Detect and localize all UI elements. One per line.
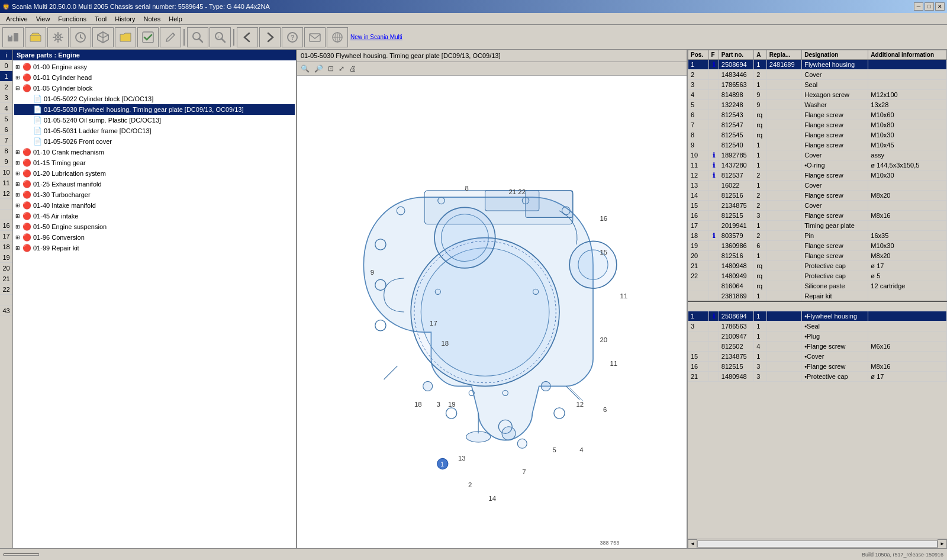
toolbar-arrow-right[interactable] bbox=[259, 27, 281, 47]
print-icon[interactable]: 🖨 bbox=[348, 63, 357, 74]
table-row[interactable]: 1521348752Cover bbox=[688, 201, 947, 211]
expand-engine-susp[interactable]: ⊞ bbox=[15, 224, 22, 230]
expand-air-intake[interactable]: ⊞ bbox=[15, 213, 22, 219]
table-row[interactable]: 98125401Flange screwM10x45 bbox=[688, 140, 947, 150]
expand-conversion[interactable]: ⊞ bbox=[15, 234, 22, 240]
table-row[interactable]: 8125024•Flange screwM6x16 bbox=[688, 342, 947, 352]
table-row[interactable]: 10ℹ18927851Coverassy bbox=[688, 150, 947, 160]
toolbar-box[interactable] bbox=[92, 27, 114, 47]
new-in-scania-link[interactable]: New in Scania Multi bbox=[349, 33, 404, 41]
table-row[interactable]: 7812547rqFlange screwM10x80 bbox=[688, 120, 947, 130]
tree-conversion[interactable]: ⊞ 🔴 01-96 Conversion bbox=[14, 232, 295, 243]
number-43[interactable]: 43 bbox=[0, 305, 12, 316]
tree-repair-kit[interactable]: ⊞ 🔴 01-99 Repair kit bbox=[14, 243, 295, 253]
table-row[interactable]: 816064rqSilicone paste12 cartridge bbox=[688, 281, 947, 291]
table-row[interactable]: 1521348751•Cover bbox=[688, 352, 947, 362]
tree-cylinder-head[interactable]: ⊞ 🔴 01-01 Cylinder head bbox=[14, 72, 295, 83]
number-20[interactable]: 20 bbox=[0, 263, 12, 273]
number-2[interactable]: 2 bbox=[0, 82, 12, 92]
menu-functions[interactable]: Functions bbox=[54, 14, 90, 24]
tree-engine-assy[interactable]: ⊞ 🔴 01-00 Engine assy bbox=[14, 62, 295, 72]
toolbar-open[interactable] bbox=[25, 27, 46, 47]
number-17[interactable]: 17 bbox=[0, 231, 12, 242]
number-7[interactable]: 7 bbox=[0, 135, 12, 146]
tree-intake[interactable]: ⊞ 🔴 01-40 Intake manifold bbox=[14, 200, 295, 211]
toolbar-settings[interactable] bbox=[47, 27, 69, 47]
tree-oil-sump[interactable]: 📄 01-05-5240 Oil sump. Plastic [DC/OC13] bbox=[14, 115, 295, 125]
toolbar-search2[interactable]: + bbox=[210, 27, 231, 47]
table-row[interactable]: 221480949rqProtective capø 5 bbox=[688, 271, 947, 281]
number-1[interactable]: 1 bbox=[0, 71, 12, 82]
table-row[interactable]: 1720199411Timing gear plate bbox=[688, 221, 947, 231]
toolbar-arrow-left[interactable] bbox=[237, 27, 258, 47]
number-11[interactable]: 11 bbox=[0, 178, 12, 188]
table-row[interactable]: 8812545rqFlange screwM10x30 bbox=[688, 130, 947, 140]
toolbar-help[interactable]: ? bbox=[282, 27, 303, 47]
number-9[interactable]: 9 bbox=[0, 156, 12, 167]
table-row[interactable]: 317865631•Seal bbox=[688, 321, 947, 332]
expand-crank[interactable]: ⊞ bbox=[15, 149, 22, 155]
table-row[interactable]: 1ℹ250869412481689Flywheel housing bbox=[688, 60, 947, 70]
number-21[interactable]: 21 bbox=[0, 273, 12, 284]
expand-engine-assy[interactable]: ⊞ bbox=[15, 64, 22, 70]
tree-air-intake[interactable]: ⊞ 🔴 01-45 Air intake bbox=[14, 211, 295, 221]
tree-turbo[interactable]: ⊞ 🔴 01-30 Turbocharger bbox=[14, 189, 295, 200]
expand-exhaust[interactable]: ⊞ bbox=[15, 181, 22, 187]
table-row[interactable]: 168125153Flange screwM8x16 bbox=[688, 211, 947, 221]
tree-crank[interactable]: ⊞ 🔴 01-10 Crank mechanism bbox=[14, 147, 295, 157]
menu-tool[interactable]: Tool bbox=[91, 14, 110, 24]
expand-intake[interactable]: ⊞ bbox=[15, 202, 22, 208]
table-row[interactable]: 23818691Repair kit bbox=[688, 291, 947, 301]
toolbar-edit[interactable] bbox=[160, 27, 181, 47]
tree-engine-susp[interactable]: ⊞ 🔴 01-50 Engine suspension bbox=[14, 221, 295, 232]
expand-lubrication[interactable]: ⊞ bbox=[15, 170, 22, 176]
menu-help[interactable]: Help bbox=[165, 14, 186, 24]
number-8[interactable]: 8 bbox=[0, 146, 12, 156]
table-row[interactable]: 11ℹ14372801•O-ringø 144,5x3x150,5 bbox=[688, 160, 947, 170]
zoom-in-icon[interactable]: 🔍 bbox=[299, 63, 311, 74]
number-5[interactable]: 5 bbox=[0, 114, 12, 124]
table-row[interactable]: 18ℹ8035792Pin16x35 bbox=[688, 231, 947, 241]
number-6[interactable]: 6 bbox=[0, 124, 12, 135]
menu-archive[interactable]: Archive bbox=[2, 14, 31, 24]
scroll-right-arrow[interactable]: ► bbox=[938, 539, 947, 549]
scroll-track[interactable] bbox=[697, 540, 938, 548]
table-row[interactable]: 214834462Cover bbox=[688, 70, 947, 80]
table-row[interactable]: 12ℹ8125372Flange screwM10x30 bbox=[688, 170, 947, 181]
fit-page-icon[interactable]: ⊡ bbox=[327, 63, 335, 74]
number-i[interactable]: i bbox=[0, 50, 12, 60]
number-19[interactable]: 19 bbox=[0, 252, 12, 263]
table-row[interactable]: 208125161Flange screwM8x20 bbox=[688, 251, 947, 261]
toolbar-email[interactable] bbox=[304, 27, 326, 47]
number-12[interactable]: 12 bbox=[0, 188, 12, 199]
tree-flywheel[interactable]: 📄 01-05-5030 Flywheel housing. Timing ge… bbox=[14, 104, 295, 115]
table-row[interactable]: 148125162Flange screwM8x20 bbox=[688, 191, 947, 201]
expand-cylinder-block[interactable]: ⊟ bbox=[15, 85, 22, 91]
tree-ladder[interactable]: 📄 01-05-5031 Ladder frame [DC/OC13] bbox=[14, 125, 295, 136]
toolbar-clock[interactable] bbox=[70, 27, 91, 47]
tree-lubrication[interactable]: ⊞ 🔴 01-20 Lubrication system bbox=[14, 168, 295, 179]
number-18[interactable]: 18 bbox=[0, 242, 12, 252]
toolbar-spare-parts[interactable] bbox=[2, 27, 24, 47]
table-row[interactable]: 13160221Cover bbox=[688, 181, 947, 191]
number-22[interactable]: 22 bbox=[0, 284, 12, 295]
number-16[interactable]: 16 bbox=[0, 220, 12, 231]
toolbar-search1[interactable] bbox=[187, 27, 208, 47]
tree-view[interactable]: ⊞ 🔴 01-00 Engine assy ⊞ 🔴 01-01 Cylinder… bbox=[13, 60, 296, 548]
parts-table-scroll[interactable]: Pos. F Part no. A Repla... Designation A… bbox=[688, 50, 947, 539]
expand-repair-kit[interactable]: ⊞ bbox=[15, 245, 22, 251]
close-button[interactable]: ✕ bbox=[935, 2, 945, 11]
maximize-button[interactable]: □ bbox=[925, 2, 934, 11]
table-row[interactable]: 21009471•Plug bbox=[688, 332, 947, 342]
toolbar-folder[interactable] bbox=[115, 27, 136, 47]
horizontal-scrollbar[interactable]: ◄ ► bbox=[688, 539, 947, 548]
number-0[interactable]: 0 bbox=[0, 60, 12, 71]
toolbar-checkmark[interactable] bbox=[137, 27, 159, 47]
expand-turbo[interactable]: ⊞ bbox=[15, 192, 22, 198]
toolbar-globe[interactable] bbox=[327, 27, 348, 47]
minimize-button[interactable]: ─ bbox=[914, 2, 923, 11]
zoom-out-icon[interactable]: 🔎 bbox=[313, 63, 324, 74]
table-row[interactable]: 168125153•Flange screwM8x16 bbox=[688, 362, 947, 372]
expand-timing[interactable]: ⊞ bbox=[15, 160, 22, 166]
number-10[interactable]: 10 bbox=[0, 167, 12, 178]
